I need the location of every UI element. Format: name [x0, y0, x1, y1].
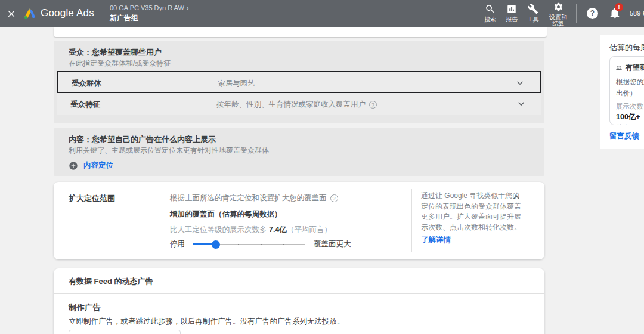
estimates-card: 有望获得展示的用户数 根据您的定位条件和 出价） 展示次数 100亿+ 从上次更… [609, 56, 644, 125]
nav-tools[interactable]: 工具 [521, 4, 545, 23]
feedback-link[interactable]: 留言反馈 [609, 131, 639, 141]
nav-search-label: 搜索 [478, 16, 502, 23]
audience-segments-row[interactable]: 受众群体 家居与园艺 [57, 71, 541, 93]
row-value: 家居与园艺 [218, 79, 255, 89]
google-ads-new-ad-group-page: Google Ads 00 GA PC V35 Dyn R AW› 新广告组 搜… [0, 0, 644, 334]
nav-tools-label: 工具 [521, 16, 545, 23]
brand-title: Google Ads [41, 7, 94, 19]
targeting-expansion-card: 扩大定位范围 根据上面所选的肯定定位和设置扩大您的覆盖面 ? 增加的覆盖面（估算… [54, 182, 544, 259]
row-value: 按年龄、性别、生育情况或家庭收入覆盖用户 [216, 100, 366, 110]
expansion-description: 根据上面所选的肯定定位和设置扩大您的覆盖面 [170, 193, 327, 203]
slider-tick [238, 244, 239, 245]
create-ad-description: 立即制作广告，或者跳过此步骤，以后再制作广告。没有广告的广告系列无法投放。 [69, 317, 345, 327]
create-ad-button[interactable] [69, 330, 181, 334]
content-targeting-label: 内容定位 [83, 160, 113, 171]
estimates-card-heading: 有望获得展示的用户数 [626, 63, 644, 73]
account-id[interactable]: 589-6 [630, 10, 644, 17]
content-targeting-link[interactable]: 内容定位 [69, 160, 113, 171]
tools-icon [528, 4, 538, 14]
google-ads-logo-icon [23, 7, 37, 21]
chevron-up-icon[interactable] [510, 191, 522, 203]
nav-reports-label: 报告 [500, 16, 524, 23]
report-icon [506, 4, 517, 14]
create-ad-title: 制作广告 [69, 302, 101, 313]
close-button[interactable] [6, 8, 17, 19]
slider-right-label: 覆盖面更大 [314, 239, 351, 249]
expansion-title: 扩大定位范围 [69, 193, 115, 204]
campaign-name: 00 GA PC V35 Dyn R AW [110, 4, 184, 11]
audience-section-title: 受众：您希望覆盖哪些用户 [69, 47, 162, 58]
content-section-title: 内容：您希望自己的广告在什么内容上展示 [69, 134, 216, 145]
slider-tick [261, 244, 262, 245]
estimates-title: 估算的每周数据 [609, 42, 644, 53]
gear-icon [553, 2, 564, 12]
nav-search[interactable]: 搜索 [478, 4, 502, 23]
dynamic-ads-header: 有数据 Feed 的动态广告 [69, 276, 153, 287]
metric-label: 展示次数 [616, 102, 644, 111]
group-icon [616, 63, 622, 73]
chevron-right-icon: › [187, 4, 189, 11]
row-label: 受众特征 [70, 100, 100, 110]
add-circle-icon [69, 161, 78, 171]
breadcrumb[interactable]: 00 GA PC V35 Dyn R AW› 新广告组 [110, 4, 189, 23]
dynamic-ads-card: 有数据 Feed 的动态广告 制作广告 立即制作广告，或者跳过此步骤，以后再制作… [54, 268, 544, 334]
expansion-slider[interactable] [193, 240, 305, 249]
reach-heading: 增加的覆盖面（估算的每周数据） [170, 209, 282, 219]
nav-settings-label-line2: 结算 [545, 20, 571, 27]
chevron-down-icon [515, 98, 527, 110]
question-circle-icon[interactable]: ? [369, 101, 377, 109]
nav-reports[interactable]: 报告 [500, 4, 524, 23]
close-icon [6, 8, 17, 19]
metric-note: 从上次更改以来 [616, 123, 644, 125]
expansion-slider-row: 停用 覆盖面更大 [170, 239, 351, 249]
question-circle-icon[interactable]: ? [330, 194, 338, 202]
slider-left-label: 停用 [170, 239, 185, 249]
metric-value: 100亿+ [616, 112, 644, 122]
content-section: 内容：您希望自己的广告在什么内容上展示 利用关键字、主题或展示位置定位来更有针对… [54, 128, 544, 176]
help-button[interactable]: ? [587, 8, 598, 19]
content-section-subtitle: 利用关键字、主题或展示位置定位来更有针对性地覆盖受众群体 [69, 146, 269, 156]
reach-stat-prefix: 比人工定位等级的展示次数多 [170, 225, 269, 234]
notification-badge: ! [615, 3, 623, 11]
audience-section: 受众：您希望覆盖哪些用户 在此指定受众群体和/或受众特征 受众群体 家居与园艺 … [54, 41, 544, 123]
row-label: 受众群体 [72, 79, 101, 89]
audience-section-subtitle: 在此指定受众群体和/或受众特征 [69, 58, 171, 69]
chevron-down-icon [514, 77, 526, 89]
reach-stat: 比人工定位等级的展示次数多 7.4亿（平均而言） [170, 225, 332, 235]
page-title: 新广告组 [110, 13, 189, 23]
estimates-desc-line1: 根据您的定位条件和 [616, 78, 644, 86]
nav-settings-billing[interactable]: 设置和 结算 [545, 2, 571, 27]
nav-settings-label-line1: 设置和 [545, 14, 571, 20]
slider-thumb[interactable] [212, 240, 220, 249]
google-ads-logo[interactable] [23, 7, 37, 21]
topbar-divider [576, 4, 577, 23]
reach-stat-suffix: （平均而言） [287, 225, 332, 234]
card-divider [411, 189, 412, 252]
reach-stat-value: 7.4亿 [269, 225, 287, 234]
demographics-row[interactable]: 受众特征 按年龄、性别、生育情况或家庭收入覆盖用户 ? [57, 93, 541, 115]
topbar: Google Ads 00 GA PC V35 Dyn R AW› 新广告组 搜… [0, 0, 644, 27]
expansion-info-text: 通过让 Google 寻找类似于您的定位的表现出色的受众群体覆盖更多用户。扩大覆… [421, 191, 524, 233]
search-icon [485, 4, 496, 14]
learn-more-link[interactable]: 了解详情 [421, 235, 451, 245]
estimates-desc-line2: 出价） [616, 89, 644, 98]
help-icon: ? [590, 9, 595, 17]
topbar-divider [103, 4, 103, 23]
card-divider [54, 293, 544, 294]
previous-card-edge [54, 27, 547, 37]
expansion-info-column: 通过让 Google 寻找类似于您的定位的表现出色的受众群体覆盖更多用户。扩大覆… [421, 191, 524, 245]
